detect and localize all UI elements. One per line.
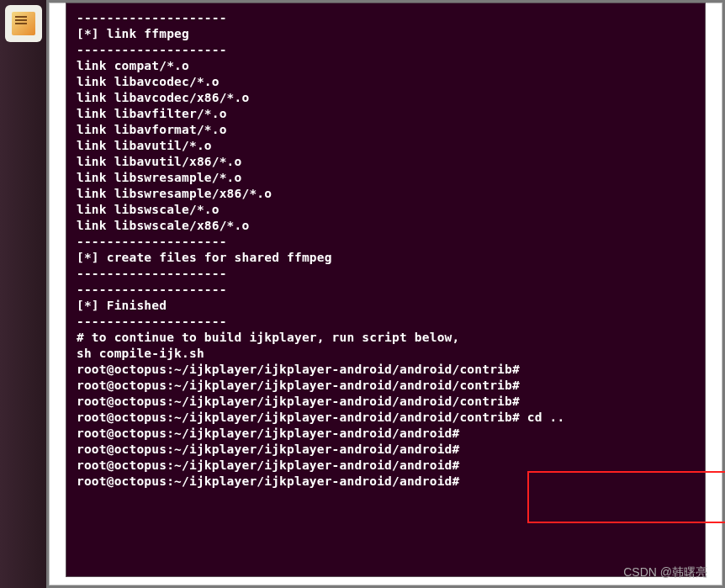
terminal-line: link libavcodec/x86/*.o [77,90,695,106]
text-editor-icon [12,12,35,35]
terminal-line: link libswscale/x86/*.o [77,218,695,234]
terminal-line: link libavformat/*.o [77,122,695,138]
terminal-line: root@octopus:~/ijkplayer/ijkplayer-andro… [77,378,695,394]
watermark-text: CSDN @韩曙亮 [623,565,707,580]
terminal-line: root@octopus:~/ijkplayer/ijkplayer-andro… [77,394,695,410]
terminal-line: -------------------- [77,282,695,298]
content-frame: --------------------[*] link ffmpeg-----… [46,0,725,588]
terminal-line: -------------------- [77,314,695,330]
terminal-line: -------------------- [77,42,695,58]
terminal-line: root@octopus:~/ijkplayer/ijkplayer-andro… [77,474,695,490]
terminal-line: link libswresample/*.o [77,170,695,186]
launcher-bar [0,0,46,588]
terminal-line: root@octopus:~/ijkplayer/ijkplayer-andro… [77,458,695,474]
terminal-line: root@octopus:~/ijkplayer/ijkplayer-andro… [77,362,695,378]
terminal-line: root@octopus:~/ijkplayer/ijkplayer-andro… [77,442,695,458]
terminal-line: sh compile-ijk.sh [77,346,695,362]
terminal-line: -------------------- [77,10,695,26]
terminal-line: -------------------- [77,266,695,282]
terminal-window[interactable]: --------------------[*] link ffmpeg-----… [66,3,706,577]
terminal-line: [*] Finished [77,298,695,314]
terminal-output: --------------------[*] link ffmpeg-----… [77,10,695,490]
terminal-line: link libavutil/x86/*.o [77,154,695,170]
terminal-line: [*] link ffmpeg [77,26,695,42]
terminal-line: [*] create files for shared ffmpeg [77,250,695,266]
terminal-line: # to continue to build ijkplayer, run sc… [77,330,695,346]
terminal-line: link compat/*.o [77,58,695,74]
terminal-line: link libswscale/*.o [77,202,695,218]
terminal-line: link libavcodec/*.o [77,74,695,90]
terminal-line: root@octopus:~/ijkplayer/ijkplayer-andro… [77,426,695,442]
launcher-item-text-editor[interactable] [5,5,42,42]
terminal-line: root@octopus:~/ijkplayer/ijkplayer-andro… [77,410,695,426]
terminal-line: link libswresample/x86/*.o [77,186,695,202]
terminal-line: link libavutil/*.o [77,138,695,154]
terminal-line: -------------------- [77,234,695,250]
terminal-line: link libavfilter/*.o [77,106,695,122]
